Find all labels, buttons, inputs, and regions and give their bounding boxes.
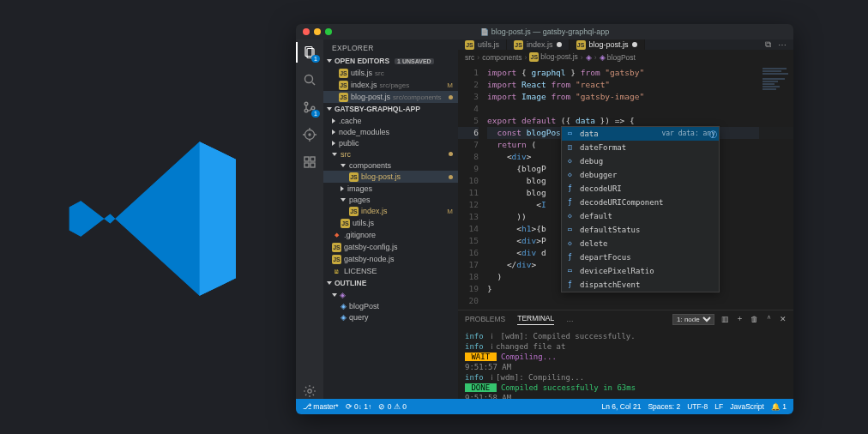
minimap[interactable] <box>759 64 793 310</box>
close-panel-icon[interactable]: ✕ <box>780 315 787 323</box>
status-item[interactable]: Spaces: 2 <box>648 402 680 411</box>
outline-item[interactable]: ◈query <box>323 311 458 322</box>
maximize-panel-icon[interactable]: ＾ <box>765 314 773 324</box>
explorer-icon[interactable]: 1 <box>302 45 317 60</box>
terminal-line: 9:51:58 AM <box>465 393 787 399</box>
autocomplete-item[interactable]: ◇ debug <box>562 154 719 168</box>
autocomplete-item[interactable]: ◇ delete <box>562 237 719 250</box>
panel-tab-terminal[interactable]: TERMINAL <box>517 314 554 325</box>
breadcrumb-part[interactable]: ◈ <box>586 53 592 62</box>
autocomplete-item[interactable]: ▭ devicePixelRatio <box>562 264 719 278</box>
more-icon[interactable]: ⋯ <box>778 40 787 50</box>
status-item[interactable]: UTF-8 <box>687 402 708 411</box>
info-icon[interactable]: ⓘ <box>709 129 717 141</box>
open-editor-item[interactable]: JS index.js src/pages M <box>323 79 458 91</box>
scm-icon[interactable]: 1 <box>302 99 317 115</box>
symbol-name: blogPost <box>349 302 379 310</box>
open-editors-section[interactable]: OPEN EDITORS 1 UNSAVED <box>323 55 458 67</box>
item-name: index.js <box>361 207 388 215</box>
file-item[interactable]: JSgatsby-node.js <box>323 253 458 265</box>
terminal-output[interactable]: info ｉ [wdm]: Compiled successfully.info… <box>458 328 793 399</box>
editor-tab[interactable]: JS index.js <box>507 39 570 50</box>
panel-tab-problems[interactable]: PROBLEMS <box>465 315 505 323</box>
gear-icon[interactable] <box>302 383 317 399</box>
extensions-icon[interactable] <box>302 154 317 170</box>
file-item[interactable]: JSutils.js <box>323 217 458 229</box>
new-terminal-icon[interactable]: ＋ <box>736 314 744 324</box>
folder-item[interactable]: images <box>323 183 458 194</box>
symbol-icon: ◈ <box>341 313 347 322</box>
autocomplete-item[interactable]: ◫ dateFormat <box>562 141 719 154</box>
editor-tab[interactable]: JS utils.js <box>458 39 507 50</box>
autocomplete-item[interactable]: ƒ dispatchEvent <box>562 278 719 292</box>
terminal-panel: PROBLEMS TERMINAL … 1: node ▥ ＋ 🗑 ＾ ✕ in… <box>458 310 793 399</box>
workspace-section[interactable]: GATSBY-GRAPHQL-APP <box>323 103 458 115</box>
file-item[interactable]: JSindex.js M <box>323 205 458 217</box>
symbol-icon: ◈ <box>340 291 346 299</box>
folder-item[interactable]: node_modules <box>323 126 458 137</box>
folder-item[interactable]: public <box>323 137 458 148</box>
outline-section[interactable]: OUTLINE <box>323 277 458 289</box>
file-item[interactable]: ◆.gitignore <box>323 229 458 241</box>
status-item[interactable]: 🔔 1 <box>771 402 787 411</box>
code-editor[interactable]: 1234567891011121314151617181920 import {… <box>458 64 793 310</box>
outline-item[interactable]: ◈blogPost <box>323 300 458 311</box>
file-path: src/components <box>393 93 441 101</box>
editor-tab[interactable]: JS blog-post.js <box>570 39 645 50</box>
autocomplete-item[interactable]: ◇ debugger <box>562 168 719 182</box>
folder-item[interactable]: components <box>323 160 458 171</box>
split-terminal-icon[interactable]: ▥ <box>721 315 729 323</box>
breadcrumb-part[interactable]: components <box>482 53 521 62</box>
file-item[interactable]: JSblog-post.js <box>323 171 458 183</box>
autocomplete-item[interactable]: ◇ default <box>562 209 719 223</box>
breadcrumb-part[interactable]: JSblog-post.js <box>529 52 577 62</box>
js-file-icon: JS <box>349 172 359 182</box>
kill-terminal-icon[interactable]: 🗑 <box>750 315 758 323</box>
modified-indicator: M <box>447 208 453 215</box>
file-item[interactable]: 🗎LICENSE <box>323 265 458 277</box>
panel-tab-more[interactable]: … <box>566 315 574 323</box>
autocomplete-item[interactable]: ƒ decodeURI <box>562 182 719 196</box>
file-item[interactable]: JSgatsby-config.js <box>323 241 458 253</box>
status-item[interactable]: ⊘ 0 ⚠ 0 <box>378 402 407 411</box>
terminal-line: info ｉ [wdm]: Compiled successfully. <box>465 331 787 341</box>
symbol-name: query <box>349 313 369 322</box>
item-name: gatsby-node.js <box>344 255 395 263</box>
breadcrumb-part[interactable]: ◈ blogPost <box>600 53 636 62</box>
completion-label: devicePixelRatio <box>580 265 654 277</box>
sidebar-title: EXPLORER <box>323 39 458 55</box>
completion-label: data <box>580 128 599 140</box>
compare-icon[interactable]: ⧉ <box>765 39 771 50</box>
open-editor-item[interactable]: JS utils.js src <box>323 67 458 79</box>
autocomplete-item[interactable]: ▭ data var data: any <box>562 127 719 141</box>
file-path: src <box>375 69 384 77</box>
status-item[interactable]: LF <box>714 402 723 411</box>
status-item[interactable]: Ln 6, Col 21 <box>602 402 642 411</box>
completion-kind-icon: ƒ <box>565 253 575 262</box>
unsaved-dot <box>632 42 637 47</box>
autocomplete-popup[interactable]: ⓘ ▭ data var data: any◫ dateFormat ◇ deb… <box>561 126 720 292</box>
outline-label: OUTLINE <box>335 279 366 287</box>
breadcrumb[interactable]: src›components›JSblog-post.js›◈ ›◈ blogP… <box>458 50 793 64</box>
item-name: node_modules <box>339 128 389 136</box>
status-item[interactable]: ⟳ 0↓ 1↑ <box>346 402 372 411</box>
terminal-selector[interactable]: 1: node <box>672 314 714 325</box>
folder-item[interactable]: .cache <box>323 115 458 126</box>
item-name: .cache <box>339 117 362 125</box>
completion-label: debugger <box>580 169 617 181</box>
status-item[interactable]: JavaScript <box>730 402 764 411</box>
folder-item[interactable]: pages <box>323 194 458 205</box>
svg-point-5 <box>304 109 308 112</box>
item-name: LICENSE <box>344 267 377 275</box>
search-icon[interactable] <box>302 72 317 87</box>
folder-item[interactable]: src <box>323 148 458 160</box>
autocomplete-item[interactable]: ▭ defaultStatus <box>562 223 719 237</box>
status-item[interactable]: ⎇ master* <box>303 402 339 411</box>
autocomplete-item[interactable]: ƒ decodeURIComponent <box>562 196 719 209</box>
file-name: blog-post.js <box>351 93 390 101</box>
outline-item[interactable]: ◈ <box>323 289 458 300</box>
breadcrumb-part[interactable]: src <box>465 53 474 62</box>
debug-icon[interactable] <box>302 127 317 142</box>
autocomplete-item[interactable]: ƒ departFocus <box>562 250 719 264</box>
open-editor-item[interactable]: JS blog-post.js src/components <box>323 91 458 103</box>
